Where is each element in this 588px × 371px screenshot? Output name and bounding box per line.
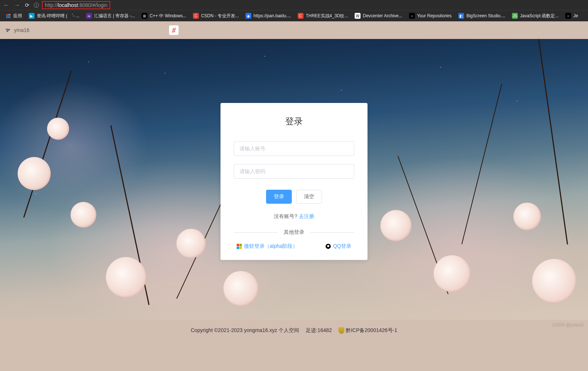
bookmark-item-6[interactable]: WDevcenter Archive... xyxy=(355,13,402,19)
brand-link[interactable]: yma16 xyxy=(6,27,29,33)
hash-icon[interactable]: # xyxy=(169,25,179,35)
bookmark-favicon: W xyxy=(355,13,361,19)
hero-background: 登录 登录 清空 没有账号? 去注册 其他登录 微软登录（alpha阶段） QQ… xyxy=(0,39,588,320)
forward-button[interactable]: → xyxy=(14,2,21,8)
url-text: http://localhost:8080/#/login xyxy=(45,2,107,8)
bookmark-favicon: C xyxy=(298,13,304,19)
bookmark-label: https://pan.baidu.... xyxy=(254,13,291,18)
apps-label: 应用 xyxy=(13,13,22,19)
register-row: 没有账号? 去注册 xyxy=(234,213,354,220)
bookmark-favicon: ◆ xyxy=(245,13,251,19)
no-account-text: 没有账号? xyxy=(274,213,299,219)
clear-button[interactable]: 清空 xyxy=(296,190,322,204)
bookmark-favicon: ○ xyxy=(565,13,571,19)
reload-button[interactable]: ⟳ xyxy=(25,2,29,8)
bookmark-item-1[interactable]: ∞汇编语言 | 寄存器 -... xyxy=(86,13,135,19)
address-bar[interactable]: i http://localhost:8080/#/login xyxy=(34,1,585,9)
bookmark-item-9[interactable]: JSJavaScript 函数定... xyxy=(512,13,559,19)
bookmark-item-8[interactable]: ◧BigScreen Studio.... xyxy=(458,13,505,19)
copyright-text: Copyright ©2021-2023 yongma16.xyz 个人空间 xyxy=(191,327,299,334)
bookmark-favicon: ○ xyxy=(409,13,415,19)
bookmark-label: Devcenter Archive... xyxy=(363,13,402,18)
bookmark-label: Je xyxy=(573,13,578,18)
register-link[interactable]: 去注册 xyxy=(299,213,314,219)
browser-toolbar: ← → ⟳ i http://localhost:8080/#/login xyxy=(0,0,588,10)
bookmark-favicon: ⊞ xyxy=(141,13,147,19)
bookmark-label: C++ 中 Windows... xyxy=(150,13,186,19)
qq-login-label: QQ登录 xyxy=(333,243,351,250)
qq-icon xyxy=(326,244,331,249)
watermark-text: CSDN @yma16 xyxy=(552,322,584,328)
back-button[interactable]: ← xyxy=(3,2,10,8)
microsoft-login-label: 微软登录（alpha阶段） xyxy=(244,243,298,250)
bookmark-item-3[interactable]: CCSDN - 专业开发... xyxy=(193,13,239,19)
page-footer: Copyright ©2021-2023 yongma16.xyz 个人空间 足… xyxy=(0,320,588,371)
login-card: 登录 登录 清空 没有账号? 去注册 其他登录 微软登录（alpha阶段） QQ… xyxy=(220,103,368,260)
login-title: 登录 xyxy=(234,115,354,127)
brand-text: yma16 xyxy=(14,27,29,33)
bookmark-item-10[interactable]: ○Je xyxy=(565,13,578,19)
visits-text: 足迹:16482 xyxy=(306,327,332,334)
bookmark-label: Your Repositories xyxy=(417,13,452,18)
button-row: 登录 清空 xyxy=(234,190,354,204)
bookmark-label: JavaScript 函数定... xyxy=(520,13,559,19)
apps-button[interactable]: 应用 xyxy=(5,13,22,19)
icp-link[interactable]: 黔ICP备20001426号-1 xyxy=(338,327,397,334)
bookmark-bar: 应用 ▶资讯-哔哩哔哩 ( ゜- ...∞汇编语言 | 寄存器 -...⊞C++… xyxy=(0,10,588,21)
microsoft-login-link[interactable]: 微软登录（alpha阶段） xyxy=(237,243,298,250)
site-info-icon[interactable]: i xyxy=(34,3,39,8)
microsoft-icon xyxy=(237,244,242,249)
bookmark-favicon: JS xyxy=(512,13,518,19)
qq-login-link[interactable]: QQ登录 xyxy=(326,243,351,250)
other-login-label: 其他登录 xyxy=(278,229,310,235)
bookmark-favicon: ∞ xyxy=(86,13,92,19)
password-input[interactable] xyxy=(234,164,354,179)
bookmark-favicon: ▶ xyxy=(29,13,35,19)
bookmark-item-5[interactable]: CTHREE实战4_3D纹... xyxy=(298,13,348,19)
bookmark-label: THREE实战4_3D纹... xyxy=(306,13,348,19)
bookmark-favicon: C xyxy=(193,13,199,19)
bookmark-label: BigScreen Studio.... xyxy=(466,13,505,18)
bookmark-label: 资讯-哔哩哔哩 ( ゜- ... xyxy=(37,13,79,19)
bookmark-item-4[interactable]: ◆https://pan.baidu.... xyxy=(245,13,291,19)
bookmark-label: 汇编语言 | 寄存器 -... xyxy=(94,13,135,19)
page-header: yma16 # xyxy=(0,21,588,39)
username-input[interactable] xyxy=(234,141,354,156)
other-login-divider: 其他登录 xyxy=(234,229,354,236)
paper-plane-icon xyxy=(5,26,12,34)
url-highlight-box: http://localhost:8080/#/login xyxy=(42,1,110,9)
bookmark-item-2[interactable]: ⊞C++ 中 Windows... xyxy=(141,13,186,19)
bookmark-favicon: ◧ xyxy=(458,13,464,19)
bookmark-item-0[interactable]: ▶资讯-哔哩哔哩 ( ゜- ... xyxy=(29,13,79,19)
apps-grid-icon xyxy=(5,13,11,19)
other-login-row: 微软登录（alpha阶段） QQ登录 xyxy=(234,243,354,250)
bookmark-label: CSDN - 专业开发... xyxy=(201,13,239,19)
bookmark-item-7[interactable]: ○Your Repositories xyxy=(409,13,452,19)
login-button[interactable]: 登录 xyxy=(266,190,292,204)
icp-badge-icon xyxy=(338,327,344,334)
